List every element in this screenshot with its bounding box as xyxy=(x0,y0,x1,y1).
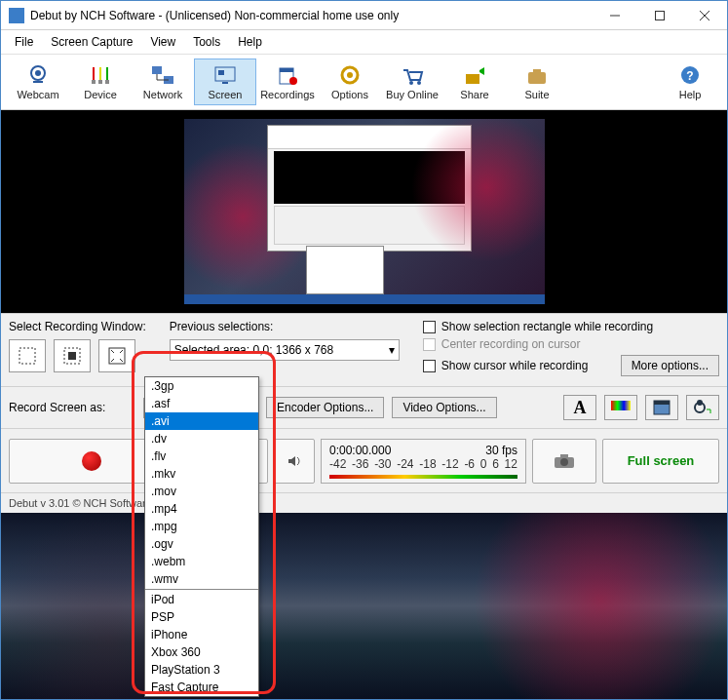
toolbar-label: Network xyxy=(143,89,182,100)
toolbar-help[interactable]: ?Help xyxy=(659,58,721,105)
video-options-button[interactable]: Video Options... xyxy=(392,397,496,418)
help-icon: ? xyxy=(676,63,704,87)
toolbar-label: Options xyxy=(331,89,368,100)
format-option[interactable]: PlayStation 3 xyxy=(145,661,258,679)
svg-rect-20 xyxy=(280,68,293,72)
svg-text:?: ? xyxy=(686,69,693,83)
background-preview xyxy=(1,513,727,699)
watermark-button[interactable] xyxy=(645,395,678,420)
window-title: Debut by NCH Software - (Unlicensed) Non… xyxy=(30,9,593,22)
select-region-button[interactable] xyxy=(9,339,46,372)
footer-version: Debut v 3.01 © NCH Software xyxy=(1,492,727,513)
elapsed-time: 0:00:00.000 xyxy=(329,444,391,457)
svg-point-45 xyxy=(560,458,568,466)
svg-line-36 xyxy=(120,350,123,353)
format-option[interactable]: iPhone xyxy=(145,626,258,643)
toolbar-device[interactable]: Device xyxy=(69,58,132,105)
share-icon xyxy=(461,63,488,87)
format-option[interactable]: .asf xyxy=(145,395,258,412)
format-option[interactable]: .wmv xyxy=(145,570,258,588)
titlebar: Debut by NCH Software - (Unlicensed) Non… xyxy=(1,1,727,30)
format-option[interactable]: .webm xyxy=(145,553,258,570)
menu-file[interactable]: File xyxy=(7,32,41,52)
select-window-button[interactable] xyxy=(54,339,91,372)
encoder-options-button[interactable]: Encoder Options... xyxy=(266,397,384,418)
svg-rect-17 xyxy=(218,70,224,75)
format-option[interactable]: iPod xyxy=(145,591,258,608)
svg-point-5 xyxy=(35,70,41,76)
toolbar-label: Screen xyxy=(209,89,243,100)
menu-view[interactable]: View xyxy=(142,32,183,52)
svg-rect-26 xyxy=(466,74,479,84)
svg-rect-28 xyxy=(533,69,541,73)
menu-tools[interactable]: Tools xyxy=(185,32,228,52)
svg-rect-33 xyxy=(68,352,76,360)
svg-rect-27 xyxy=(528,72,546,84)
close-button[interactable] xyxy=(682,1,727,30)
toolbar-options[interactable]: Options xyxy=(319,58,381,105)
svg-point-25 xyxy=(417,81,421,85)
menu-help[interactable]: Help xyxy=(230,32,270,52)
svg-line-37 xyxy=(111,359,114,362)
record-icon xyxy=(82,451,101,471)
svg-line-38 xyxy=(120,359,123,362)
select-fullscreen-button[interactable] xyxy=(98,339,135,372)
checkbox[interactable] xyxy=(423,360,436,372)
select-window-label: Select Recording Window: xyxy=(9,320,146,333)
menu-screen-capture[interactable]: Screen Capture xyxy=(43,32,140,52)
format-option[interactable]: .3gp xyxy=(145,377,258,395)
format-option[interactable]: .flv xyxy=(145,447,258,465)
previous-selections-label: Previous selections: xyxy=(170,320,400,333)
maximize-button[interactable] xyxy=(637,1,682,30)
recordings-icon xyxy=(274,63,301,87)
format-option[interactable]: Fast Capture xyxy=(145,679,258,696)
color-adjust-button[interactable] xyxy=(604,395,637,420)
format-option[interactable]: .mpg xyxy=(145,518,258,535)
toolbar-webcam[interactable]: Webcam xyxy=(7,58,69,105)
toolbar-label: Help xyxy=(679,89,702,100)
toolbar-label: Share xyxy=(460,89,488,100)
text-overlay-button[interactable]: A xyxy=(563,395,596,420)
svg-point-23 xyxy=(347,72,353,78)
format-option[interactable]: Xbox 360 xyxy=(145,643,258,661)
format-option[interactable]: .dv xyxy=(145,430,258,447)
format-option[interactable]: .mov xyxy=(145,483,258,500)
previous-selections-dropdown[interactable]: Selected area: 0,0; 1366 x 768 ▾ xyxy=(170,339,400,361)
checkbox[interactable] xyxy=(423,321,436,333)
format-option[interactable]: .mp4 xyxy=(145,500,258,518)
menubar: File Screen Capture View Tools Help xyxy=(1,30,727,55)
toolbar-network[interactable]: Network xyxy=(132,58,194,105)
toolbar-buyonline[interactable]: Buy Online xyxy=(381,58,443,105)
suite-icon xyxy=(523,63,551,87)
format-option[interactable]: .ogv xyxy=(145,535,258,553)
level-meter: 0:00:00.00030 fps -42-36-30-24-18-12-606… xyxy=(321,439,526,484)
svg-point-24 xyxy=(409,81,413,85)
svg-rect-18 xyxy=(222,82,228,84)
toolbar-recordings[interactable]: Recordings xyxy=(256,58,319,105)
audio-button[interactable] xyxy=(274,439,315,484)
svg-rect-12 xyxy=(152,66,162,74)
buyonline-icon xyxy=(399,63,426,87)
format-option[interactable]: PSP xyxy=(145,608,258,626)
toolbar-label: Device xyxy=(84,89,117,100)
svg-rect-46 xyxy=(560,454,568,458)
toolbar-label: Webcam xyxy=(17,89,58,100)
preview-area xyxy=(1,110,727,313)
svg-rect-11 xyxy=(105,80,109,84)
camera-overlay-button[interactable] xyxy=(686,395,719,420)
svg-point-21 xyxy=(289,77,297,85)
chevron-down-icon: ▾ xyxy=(389,343,395,357)
snapshot-button[interactable] xyxy=(532,439,596,484)
toolbar-share[interactable]: Share xyxy=(443,58,506,105)
minimize-button[interactable] xyxy=(593,1,637,30)
toolbar-screen[interactable]: Screen xyxy=(194,58,256,105)
svg-rect-9 xyxy=(92,80,96,84)
toolbar-suite[interactable]: Suite xyxy=(506,58,568,105)
fullscreen-button[interactable]: Full screen xyxy=(602,439,719,484)
format-option[interactable]: .avi xyxy=(145,412,258,430)
format-option[interactable]: .mkv xyxy=(145,465,258,483)
network-icon xyxy=(149,63,176,87)
more-options-button[interactable]: More options... xyxy=(621,355,719,376)
svg-rect-10 xyxy=(98,80,102,84)
format-dropdown-list[interactable]: .3gp.asf.avi.dv.flv.mkv.mov.mp4.mpg.ogv.… xyxy=(144,376,259,697)
